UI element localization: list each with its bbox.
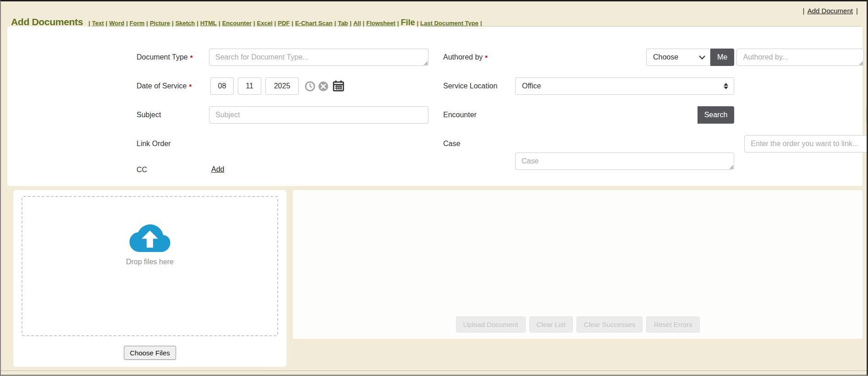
header-link-html[interactable]: HTML <box>200 20 217 27</box>
document-type-input[interactable] <box>209 49 429 66</box>
document-type-label: Document Type <box>137 53 188 61</box>
date-month-input[interactable] <box>210 77 234 95</box>
bottom-divider <box>1 371 867 371</box>
header-link-tab[interactable]: Tab <box>338 20 348 27</box>
header-link-sketch[interactable]: Sketch <box>176 20 195 27</box>
authored-by-choose-select[interactable]: Choose <box>646 49 710 66</box>
resize-handle[interactable] <box>729 165 733 169</box>
header-link-form[interactable]: Form <box>130 20 145 27</box>
separator: | <box>291 20 293 27</box>
case-input[interactable] <box>515 153 734 170</box>
separator: | <box>363 20 365 27</box>
header-link-excel[interactable]: Excel <box>257 20 273 27</box>
authored-by-label: Authored by <box>443 53 483 61</box>
subject-input[interactable] <box>209 106 429 124</box>
document-type-links: |Text|Word|Form|Picture|Sketch|HTML|Enco… <box>88 18 483 27</box>
resize-handle[interactable] <box>423 61 428 65</box>
separator: | <box>480 20 482 27</box>
chevron-down-icon <box>699 55 705 60</box>
authored-by-input[interactable] <box>736 49 864 66</box>
separator: | <box>126 20 128 27</box>
link-order-label: Link Order <box>137 140 171 148</box>
header-link-all[interactable]: All <box>353 20 361 27</box>
header-link-text[interactable]: Text <box>92 20 104 27</box>
page-title: Add Documents <box>11 16 83 27</box>
link-order-input[interactable] <box>744 135 868 153</box>
header-link-encounter[interactable]: Encounter <box>222 20 252 27</box>
queue-action-buttons: Upload DocumentClear ListClear Successes… <box>456 316 699 332</box>
cc-label: CC <box>137 166 147 174</box>
select-arrows-icon <box>724 83 728 89</box>
date-of-service-label: Date of Service <box>137 82 187 90</box>
case-label: Case <box>443 140 460 148</box>
date-year-input[interactable] <box>265 77 299 95</box>
upload-document-button[interactable]: Upload Document <box>456 316 525 332</box>
separator: | <box>802 7 804 15</box>
document-form-panel: Document Type * Authored by * Choose Me … <box>7 27 863 186</box>
encounter-label: Encounter <box>443 111 477 119</box>
separator: | <box>219 20 220 27</box>
separator: | <box>335 20 336 27</box>
me-button[interactable]: Me <box>710 49 734 66</box>
header-link-file[interactable]: File <box>401 18 415 27</box>
header-link-flowsheet[interactable]: Flowsheet <box>366 20 396 27</box>
required-asterisk: * <box>190 54 193 61</box>
separator: | <box>106 20 108 27</box>
reset-errors-button[interactable]: Reset Errors <box>646 316 699 332</box>
clear-date-icon[interactable] <box>318 81 329 92</box>
top-bar: | Add Document | <box>801 7 859 15</box>
required-asterisk: * <box>189 82 192 90</box>
separator: | <box>417 20 418 27</box>
resize-handle[interactable] <box>859 61 863 65</box>
encounter-input[interactable] <box>866 106 868 124</box>
separator: | <box>172 20 174 27</box>
separator: | <box>350 20 352 27</box>
separator: | <box>88 20 90 27</box>
clock-icon[interactable] <box>305 81 315 92</box>
separator: | <box>856 7 858 15</box>
choose-select-value: Choose <box>653 53 678 61</box>
service-location-select[interactable]: Office <box>515 77 734 95</box>
date-day-input[interactable] <box>238 77 261 95</box>
header-link-picture[interactable]: Picture <box>150 20 170 27</box>
add-documents-page: { "separator": "|", "required_mark": "*"… <box>0 0 868 376</box>
page-header: Add Documents |Text|Word|Form|Picture|Sk… <box>11 16 483 27</box>
service-location-value: Office <box>522 82 541 90</box>
separator: | <box>146 20 148 27</box>
separator: | <box>197 20 198 27</box>
subject-label: Subject <box>137 111 161 119</box>
cc-add-link[interactable]: Add <box>211 165 224 174</box>
add-document-link[interactable]: Add Document <box>808 7 853 15</box>
file-drop-zone[interactable]: Drop files here <box>22 196 278 336</box>
header-link-last-document-type[interactable]: Last Document Type <box>420 20 478 27</box>
clear-list-button[interactable]: Clear List <box>529 316 572 332</box>
calendar-icon[interactable] <box>332 80 345 92</box>
choose-files-button[interactable]: Choose Files <box>124 346 176 360</box>
cloud-upload-icon <box>127 223 173 256</box>
separator: | <box>253 20 255 27</box>
file-upload-panel: Drop files here Choose Files <box>13 190 286 367</box>
separator: | <box>275 20 276 27</box>
separator: | <box>397 20 399 27</box>
upload-queue-panel: Upload DocumentClear ListClear Successes… <box>293 190 863 339</box>
drop-files-text: Drop files here <box>22 258 277 266</box>
required-asterisk: * <box>485 54 488 61</box>
clear-successes-button[interactable]: Clear Successes <box>577 316 643 332</box>
encounter-search-button[interactable]: Search <box>698 106 734 124</box>
service-location-label: Service Location <box>443 82 497 90</box>
header-link-pdf[interactable]: PDF <box>278 20 290 27</box>
header-link-word[interactable]: Word <box>109 20 124 27</box>
header-link-e-chart-scan[interactable]: E-Chart Scan <box>295 20 333 27</box>
